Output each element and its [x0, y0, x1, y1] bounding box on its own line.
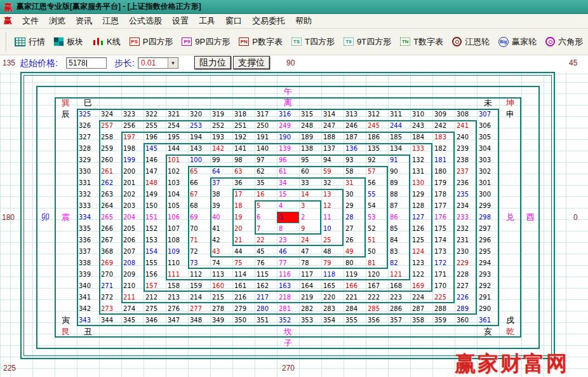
grid-cell[interactable]: 333	[77, 200, 99, 212]
grid-cell[interactable]: 174	[432, 235, 455, 246]
grid-cell[interactable]: 133	[410, 143, 432, 154]
grid-cell[interactable]: 30	[344, 189, 366, 200]
grid-cell[interactable]: 184	[410, 132, 432, 143]
grid-cell[interactable]: 50	[366, 246, 388, 257]
grid-cell[interactable]: 312	[366, 109, 388, 120]
grid-cell[interactable]: 275	[144, 303, 166, 315]
grid-cell[interactable]: 187	[344, 132, 366, 143]
grid-cell[interactable]: 29	[344, 200, 366, 212]
grid-cell[interactable]: 311	[388, 109, 410, 120]
grid-cell[interactable]: 207	[121, 246, 144, 257]
grid-cell[interactable]: 11	[321, 212, 344, 223]
grid-cell[interactable]: 326	[77, 120, 99, 132]
grid-cell[interactable]: 55	[366, 189, 388, 200]
grid-cell[interactable]: 79	[321, 257, 344, 269]
grid-cell[interactable]: 114	[232, 269, 255, 280]
grid-cell[interactable]: 340	[77, 280, 99, 292]
grid-cell[interactable]: 119	[344, 269, 366, 280]
grid-cell[interactable]: 346	[144, 315, 166, 326]
grid-cell[interactable]: 262	[99, 177, 121, 189]
grid-cell[interactable]: 15	[277, 189, 299, 200]
menu-item-5[interactable]: 设置	[167, 14, 194, 28]
grid-cell[interactable]: 27	[344, 223, 366, 235]
window-menu-icon[interactable]: 赢	[4, 15, 12, 27]
grid-cell[interactable]: 299	[477, 200, 499, 212]
grid-cell[interactable]: 301	[477, 177, 499, 189]
grid-cell[interactable]: 163	[277, 280, 299, 292]
grid-cell[interactable]: 152	[144, 223, 166, 235]
grid-cell[interactable]: 80	[344, 257, 366, 269]
grid-cell[interactable]: 63	[232, 166, 255, 177]
grid-cell[interactable]: 279	[232, 303, 255, 315]
grid-cell[interactable]: 232	[455, 223, 477, 235]
grid-cell[interactable]: 64	[210, 166, 232, 177]
grid-cell[interactable]: 61	[277, 166, 299, 177]
grid-cell[interactable]: 273	[99, 303, 121, 315]
grid-cell[interactable]: 155	[144, 257, 166, 269]
grid-cell[interactable]: 107	[166, 223, 188, 235]
grid-cell[interactable]: 349	[210, 315, 232, 326]
grid-cell[interactable]: 335	[77, 223, 99, 235]
grid-cell[interactable]: 292	[477, 280, 499, 292]
grid-cell[interactable]: 243	[410, 120, 432, 132]
grid-cell[interactable]: 90	[388, 166, 410, 177]
grid-cell[interactable]: 274	[121, 303, 144, 315]
grid-cell[interactable]: 237	[455, 166, 477, 177]
grid-cell[interactable]: 16	[255, 189, 277, 200]
grid-cell[interactable]: 150	[144, 200, 166, 212]
grid-cell[interactable]: 5	[255, 200, 277, 212]
grid-cell[interactable]: 166	[344, 280, 366, 292]
grid-cell[interactable]: 20	[232, 223, 255, 235]
grid-cell[interactable]: 240	[455, 132, 477, 143]
grid-cell[interactable]: 223	[388, 292, 410, 303]
grid-cell[interactable]: 321	[166, 109, 188, 120]
grid-cell[interactable]: 211	[121, 292, 144, 303]
grid-cell[interactable]: 118	[321, 269, 344, 280]
grid-cell[interactable]: 139	[277, 143, 299, 154]
grid-cell[interactable]: 161	[232, 280, 255, 292]
grid-cell[interactable]: 306	[477, 120, 499, 132]
grid-cell[interactable]: 255	[144, 120, 166, 132]
grid-cell[interactable]: 21	[232, 235, 255, 246]
grid-cell[interactable]: 3	[299, 200, 321, 212]
grid-cell[interactable]: 269	[99, 257, 121, 269]
grid-cell[interactable]: 265	[99, 212, 121, 223]
grid-cell[interactable]: 104	[166, 189, 188, 200]
grid-cell-selected[interactable]: 1	[277, 212, 298, 223]
grid-cell[interactable]: 226	[455, 292, 477, 303]
grid-cell[interactable]: 10	[321, 223, 344, 235]
grid-cell[interactable]: 36	[232, 177, 255, 189]
grid-cell[interactable]: 195	[166, 132, 188, 143]
grid-cell[interactable]: 65	[188, 166, 210, 177]
grid-cell[interactable]: 206	[121, 235, 144, 246]
grid-cell[interactable]: 73	[188, 257, 210, 269]
grid-cell[interactable]: 280	[255, 303, 277, 315]
grid-cell[interactable]: 146	[144, 154, 166, 166]
grid-cell[interactable]: 260	[99, 154, 121, 166]
grid-cell[interactable]: 38	[210, 189, 232, 200]
grid-cell[interactable]: 183	[432, 132, 455, 143]
menu-item-7[interactable]: 窗口	[220, 14, 247, 28]
toolbar-button-p-table[interactable]: PNP数字表	[234, 34, 287, 50]
grid-cell[interactable]: 342	[77, 303, 99, 315]
grid-cell[interactable]: 251	[232, 120, 255, 132]
grid-cell[interactable]: 291	[477, 292, 499, 303]
grid-cell[interactable]: 307	[477, 109, 499, 120]
grid-cell[interactable]: 66	[188, 177, 210, 189]
grid-cell[interactable]: 112	[188, 269, 210, 280]
toolbar-button-kline[interactable]: K线	[88, 34, 125, 50]
grid-cell[interactable]: 271	[99, 280, 121, 292]
grid-cell[interactable]: 286	[388, 303, 410, 315]
grid-cell[interactable]: 210	[121, 280, 144, 292]
grid-cell[interactable]: 58	[344, 166, 366, 177]
grid-cell[interactable]: 103	[166, 177, 188, 189]
grid-cell[interactable]: 177	[432, 200, 455, 212]
grid-cell[interactable]: 43	[210, 246, 232, 257]
grid-cell[interactable]: 200	[121, 166, 144, 177]
grid-cell[interactable]: 129	[410, 189, 432, 200]
grid-cell[interactable]: 135	[366, 143, 388, 154]
grid-cell[interactable]: 141	[232, 143, 255, 154]
grid-cell[interactable]: 270	[99, 269, 121, 280]
grid-cell[interactable]: 99	[210, 154, 232, 166]
grid-cell[interactable]: 68	[188, 200, 210, 212]
